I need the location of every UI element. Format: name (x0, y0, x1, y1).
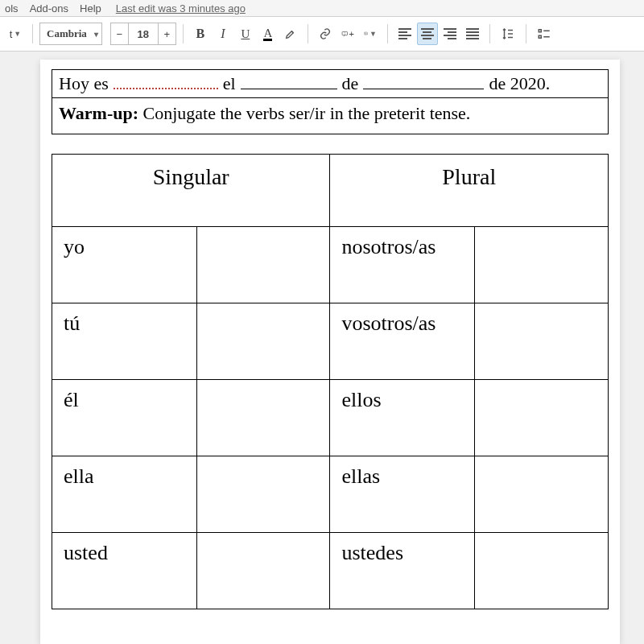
column-header-singular: Singular (52, 155, 330, 227)
answer-cell[interactable] (475, 303, 609, 380)
date-de1: de (342, 73, 359, 94)
formatting-toolbar: t▼ Cambria − 18 + B I U A + ▼ (0, 16, 644, 52)
table-row: él ellos (52, 380, 609, 456)
separator (526, 24, 526, 43)
date-prefix: Hoy es (59, 73, 109, 94)
date-fill-in-line[interactable]: Hoy es el de de 2020. (52, 70, 608, 98)
pronoun-cell: nosotros/as (330, 227, 475, 303)
separator (387, 24, 388, 43)
answer-cell[interactable] (196, 533, 330, 609)
document-area[interactable]: Hoy es el de de 2020. Warm-up: Conjugate… (0, 52, 644, 644)
svg-point-2 (365, 33, 365, 34)
checklist-icon (537, 27, 551, 41)
svg-rect-3 (539, 30, 541, 32)
insert-image-button[interactable]: ▼ (360, 23, 381, 45)
checklist-button[interactable] (533, 23, 555, 45)
italic-button[interactable]: I (213, 23, 233, 45)
font-size-increase[interactable]: + (158, 23, 175, 44)
line-spacing-icon (501, 27, 515, 41)
table-row: ella ellas (52, 456, 609, 533)
pronoun-cell: usted (52, 533, 197, 609)
date-el: el (223, 73, 236, 94)
pronoun-cell: tú (52, 303, 197, 380)
svg-rect-4 (539, 35, 541, 38)
font-size-decrease[interactable]: − (111, 23, 129, 44)
warmup-label: Warm-up: (59, 103, 138, 123)
pronoun-cell: ellos (330, 380, 475, 456)
pronoun-cell: él (52, 380, 197, 456)
pronoun-cell: ellas (330, 456, 475, 533)
blank-day[interactable] (241, 73, 337, 89)
answer-cell[interactable] (475, 456, 609, 533)
menu-item-addons[interactable]: Add-ons (30, 2, 68, 14)
link-icon (319, 27, 332, 40)
column-header-plural: Plural (330, 155, 609, 227)
font-family-select[interactable]: Cambria (39, 23, 102, 45)
header-box: Hoy es el de de 2020. Warm-up: Conjugate… (52, 69, 609, 134)
separator (308, 24, 308, 43)
highlighter-icon (284, 27, 297, 40)
svg-rect-0 (342, 31, 347, 35)
pronoun-cell: yo (52, 227, 197, 303)
align-justify-icon (466, 28, 479, 39)
menu-item-tools[interactable]: ols (5, 2, 19, 14)
answer-cell[interactable] (475, 227, 609, 303)
blank-weekday[interactable] (114, 73, 218, 89)
answer-cell[interactable] (196, 227, 330, 303)
table-row: yo nosotros/as (52, 227, 609, 303)
warmup-text: Conjugate the verbs ser/ir in the preter… (138, 103, 470, 123)
separator (183, 24, 184, 43)
highlight-button[interactable] (280, 23, 301, 45)
pronoun-cell: ella (52, 456, 197, 533)
date-de2020: de 2020. (489, 73, 550, 94)
align-left-icon (398, 28, 411, 39)
styles-dropdown[interactable]: t▼ (5, 23, 26, 45)
menubar: ols Add-ons Help Last edit was 3 minutes… (0, 0, 644, 16)
font-size-value[interactable]: 18 (129, 28, 158, 40)
underline-button[interactable]: U (235, 23, 256, 45)
align-left-button[interactable] (394, 23, 415, 45)
separator (489, 24, 490, 43)
bold-button[interactable]: B (190, 23, 211, 45)
pronoun-cell: ustedes (330, 533, 475, 609)
comment-icon (341, 31, 349, 38)
table-row: usted ustedes (52, 533, 609, 609)
align-right-icon (444, 28, 456, 39)
text-color-button[interactable]: A (258, 23, 279, 45)
font-size-stepper[interactable]: − 18 + (110, 23, 176, 45)
svg-rect-1 (364, 33, 367, 35)
align-justify-button[interactable] (462, 23, 483, 45)
line-spacing-button[interactable] (497, 23, 519, 45)
separator (32, 24, 33, 43)
insert-link-button[interactable] (315, 23, 336, 45)
align-center-icon (421, 28, 434, 39)
answer-cell[interactable] (196, 456, 330, 533)
align-right-button[interactable] (440, 23, 460, 45)
menu-item-help[interactable]: Help (80, 2, 101, 14)
answer-cell[interactable] (196, 380, 330, 456)
pronoun-cell: vosotros/as (330, 303, 475, 380)
insert-comment-button[interactable]: + (337, 23, 358, 45)
answer-cell[interactable] (475, 533, 609, 609)
answer-cell[interactable] (475, 380, 609, 456)
conjugation-table[interactable]: Singular Plural yo nosotros/as tú vosotr… (52, 154, 609, 609)
document-page[interactable]: Hoy es el de de 2020. Warm-up: Conjugate… (40, 60, 620, 644)
align-center-button[interactable] (417, 23, 438, 45)
image-icon (364, 31, 368, 35)
blank-month[interactable] (363, 73, 484, 89)
last-edit-status[interactable]: Last edit was 3 minutes ago (116, 2, 246, 14)
answer-cell[interactable] (196, 303, 330, 380)
table-row: tú vosotros/as (52, 303, 609, 380)
warmup-instruction: Warm-up: Conjugate the verbs ser/ir in t… (52, 98, 608, 134)
